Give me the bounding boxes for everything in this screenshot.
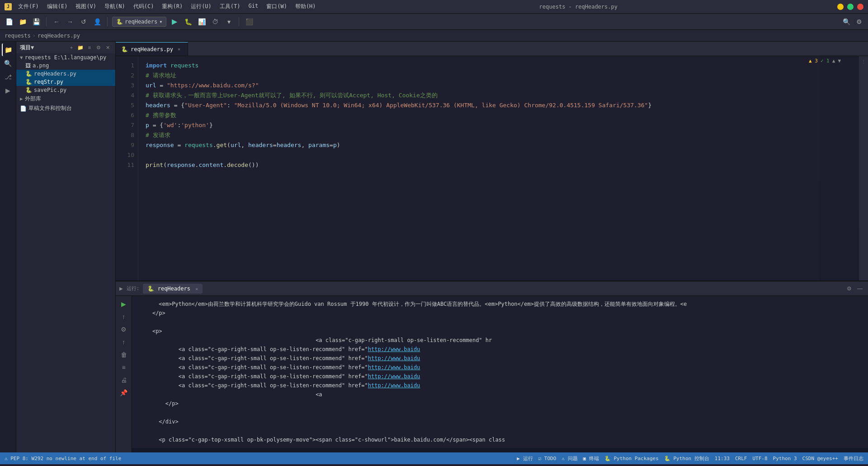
recent-button[interactable]: 👤 [92, 16, 103, 27]
status-line-ending[interactable]: CRLF [735, 456, 747, 461]
tab-close-button[interactable]: ✕ [176, 46, 182, 52]
tree-root-label: requests E:\1.language\py [25, 54, 107, 61]
tree-scratches[interactable]: 📄 草稿文件和控制台 [16, 104, 115, 113]
explorer-button[interactable]: 📁 [2, 43, 14, 56]
tree-file-savepic-label: savePic.py [34, 87, 66, 93]
debug-side-button[interactable]: ▶ [2, 84, 14, 97]
back-button[interactable]: ← [51, 16, 62, 27]
line-num-4: 4 [116, 90, 134, 100]
tree-root[interactable]: ▼ requests E:\1.language\py [16, 53, 115, 62]
menu-view[interactable]: 视图(V) [72, 2, 100, 11]
menu-edit[interactable]: 编辑(E) [43, 2, 71, 11]
git-side-button[interactable]: ⎇ [2, 71, 14, 83]
menu-code[interactable]: 代码(C) [130, 2, 158, 11]
run-output-container: <em>Python</em>由荷兰数学和计算机科学研究学会的Guido van… [132, 296, 868, 452]
pin-button[interactable]: 📌 [118, 387, 129, 398]
menu-bar[interactable]: 文件(F) 编辑(E) 视图(V) 导航(N) 代码(C) 重构(R) 运行(U… [14, 2, 320, 11]
tree-arrow-icon: ▼ [20, 55, 23, 61]
refresh-button[interactable]: ↺ [78, 16, 89, 27]
run-output[interactable]: <em>Python</em>由荷兰数学和计算机科学研究学会的Guido van… [132, 296, 868, 448]
bottom-tab-run[interactable]: ▶ 运行 [517, 455, 533, 462]
bottom-tab-problems[interactable]: ⚠ 问题 [561, 455, 577, 462]
run-config-icon: 🐍 [116, 19, 123, 25]
run-panel-minimize[interactable]: — [855, 284, 864, 293]
bottom-tab-packages[interactable]: 🐍 Python Packages [604, 456, 659, 461]
menu-tools[interactable]: 工具(T) [216, 2, 244, 11]
debug-button[interactable]: 🐛 [183, 16, 193, 27]
title-bar: J 文件(F) 编辑(E) 视图(V) 导航(N) 代码(C) 重构(R) 运行… [0, 0, 868, 14]
run-again-button[interactable]: ▶ [118, 299, 129, 309]
minimize-button[interactable]: — [837, 4, 844, 10]
sidebar-collapse-btn[interactable]: ≡ [85, 43, 94, 52]
bottom-tab-todo[interactable]: ☑ TODO [538, 456, 557, 461]
menu-navigate[interactable]: 导航(N) [101, 2, 129, 11]
sidebar-close-btn[interactable]: ✕ [104, 43, 112, 52]
python-file-icon-reqstr: 🐍 [25, 79, 32, 85]
sidebar-actions[interactable]: + 📁 ≡ ⚙ ✕ [67, 43, 112, 52]
tree-file-reqheaders[interactable]: 🐍 reqHeaders.py [16, 70, 115, 78]
menu-refactor[interactable]: 重构(R) [158, 2, 186, 11]
more-run-button[interactable]: ▾ [223, 16, 234, 27]
sidebar-settings-btn[interactable]: ⚙ [94, 43, 103, 52]
status-charset[interactable]: UTF-8 [752, 456, 767, 461]
new-file-button[interactable]: 📄 [4, 16, 14, 27]
profile-button[interactable]: ⏱ [210, 16, 221, 27]
search-side-button[interactable]: 🔍 [2, 57, 14, 70]
breadcrumb-project[interactable]: requests [5, 33, 31, 39]
activity-bar: 📁 🔍 ⎇ ▶ [0, 42, 16, 452]
nav-up-button[interactable]: ▲ [832, 58, 835, 64]
save-button[interactable]: 💾 [31, 16, 42, 27]
toolbar: 📄 📁 💾 ← → ↺ 👤 🐍 reqHeaders ▾ ▶ 🐛 📊 ⏱ ▾ ⬛… [0, 14, 868, 30]
sidebar-new-file-btn[interactable]: + [67, 43, 75, 52]
stop-button[interactable]: ⚙ [118, 324, 129, 335]
tab-reqheaders[interactable]: 🐍 reqHeaders.py ✕ [116, 42, 188, 56]
status-position[interactable]: 11:33 [715, 456, 730, 461]
menu-run[interactable]: 运行(U) [187, 2, 215, 11]
tree-file-savepic[interactable]: 🐍 savePic.py [16, 86, 115, 94]
bottom-tab-console[interactable]: 🐍 Python 控制台 [664, 455, 709, 462]
status-git-user[interactable]: CSDN @eyes++ [802, 456, 838, 461]
rerun-button[interactable]: ↑ [118, 311, 129, 322]
menu-window[interactable]: 窗口(W) [263, 2, 291, 11]
tree-file-reqstr[interactable]: 🐍 reqStr.py [16, 78, 115, 86]
status-event-log[interactable]: 事件日志 [844, 455, 863, 462]
run-tab-close-button[interactable]: ✕ [195, 286, 198, 291]
tree-external-libs[interactable]: ▶ 外部库 [16, 94, 115, 104]
title-bar-left: J 文件(F) 编辑(E) 视图(V) 导航(N) 代码(C) 重构(R) 运行… [5, 2, 320, 11]
forward-button[interactable]: → [65, 16, 75, 27]
coverage-button[interactable]: 📊 [196, 16, 207, 27]
ok-badge: ✓ 1 [821, 58, 830, 64]
breadcrumb-file[interactable]: reqHeaders.py [38, 33, 80, 39]
run-tab-reqheaders[interactable]: 🐍 reqHeaders ✕ [143, 284, 203, 294]
up-button[interactable]: ↑ [118, 337, 129, 347]
window-controls[interactable]: — □ ✕ [837, 4, 863, 10]
close-button[interactable]: ✕ [857, 4, 863, 10]
status-warning[interactable]: ⚠ PEP 8: W292 no newline at end of file [5, 456, 121, 461]
tree-arrow-collapsed-icon: ▶ [20, 96, 23, 102]
sidebar-title-area: 项目▼ [20, 44, 34, 52]
maximize-button[interactable]: □ [847, 4, 854, 10]
status-python[interactable]: Python 3 [773, 456, 797, 461]
dropdown-arrow: ▾ [159, 19, 162, 25]
sidebar-new-folder-btn[interactable]: 📁 [76, 43, 85, 52]
menu-help[interactable]: 帮助(H) [292, 2, 320, 11]
vcs-button[interactable]: ⬛ [244, 16, 255, 27]
open-button[interactable]: 📁 [17, 16, 28, 27]
nav-down-button[interactable]: ▼ [838, 58, 841, 64]
run-button[interactable]: ▶ [169, 16, 180, 27]
editor-area[interactable]: ▲ 3 ✓ 1 ▲ ▼ 1 2 3 4 5 6 7 8 9 10 11 [116, 56, 868, 281]
menu-git[interactable]: Git [245, 2, 262, 11]
settings-button[interactable]: ⚙ [854, 16, 864, 27]
line-num-9: 9 [116, 140, 134, 150]
tree-file-apng[interactable]: 🖼 a.png [16, 62, 115, 70]
menu-file[interactable]: 文件(F) [14, 2, 42, 11]
sidebar-header: 项目▼ + 📁 ≡ ⚙ ✕ [16, 42, 115, 53]
wrap-button[interactable]: ≡ [118, 362, 129, 373]
run-config-dropdown[interactable]: 🐍 reqHeaders ▾ [112, 17, 166, 27]
softref-button[interactable]: 🖨 [118, 375, 129, 385]
code-editor[interactable]: import requests # 请求地址 url = "https://ww… [138, 56, 818, 281]
clear-button[interactable]: 🗑 [118, 349, 129, 360]
run-panel-settings[interactable]: ⚙ [844, 284, 854, 293]
bottom-tab-terminal[interactable]: ▣ 终端 [583, 455, 599, 462]
search-button[interactable]: 🔍 [841, 16, 852, 27]
